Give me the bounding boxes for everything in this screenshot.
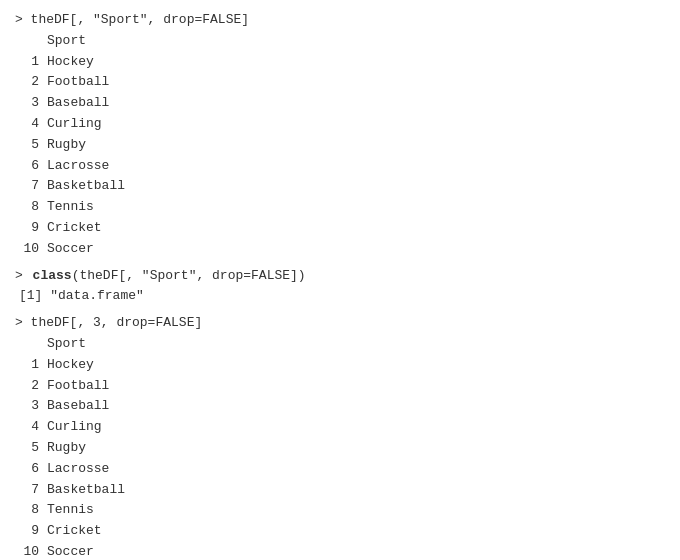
- table-row: 6Lacrosse: [15, 156, 665, 177]
- prompt-symbol: > theDF[, 3, drop=FALSE]: [15, 313, 202, 334]
- prompt-line: > class(theDF[, "Sport", drop=FALSE]): [15, 266, 665, 287]
- table-row: 1Hockey: [15, 355, 665, 376]
- table-row: 7Basketball: [15, 176, 665, 197]
- table-row: 3Baseball: [15, 396, 665, 417]
- block1: > theDF[, "Sport", drop=FALSE] Sport 1Ho…: [15, 10, 665, 260]
- table-row: 10Soccer: [15, 239, 665, 260]
- prompt-line: > theDF[, 3, drop=FALSE]: [15, 313, 665, 334]
- table-row: 6Lacrosse: [15, 459, 665, 480]
- table-row: 3Baseball: [15, 93, 665, 114]
- table-header: Sport: [15, 31, 665, 52]
- column-header: Sport: [47, 334, 86, 355]
- table-row: 5Rugby: [15, 438, 665, 459]
- table-row: 7Basketball: [15, 480, 665, 501]
- block3: > theDF[, 3, drop=FALSE] Sport 1Hockey 2…: [15, 313, 665, 560]
- table-row: 8Tennis: [15, 500, 665, 521]
- prompt-symbol: >: [15, 266, 31, 287]
- table-row: 5Rugby: [15, 135, 665, 156]
- table-row: 2Football: [15, 72, 665, 93]
- table-row: 9Cricket: [15, 521, 665, 542]
- keyword-class: class: [33, 266, 72, 287]
- prompt-symbol: > theDF[, "Sport", drop=FALSE]: [15, 10, 249, 31]
- console-output: > theDF[, "Sport", drop=FALSE] Sport 1Ho…: [15, 10, 665, 560]
- table-row: 4Curling: [15, 417, 665, 438]
- prompt-line: > theDF[, "Sport", drop=FALSE]: [15, 10, 665, 31]
- table-row: 4Curling: [15, 114, 665, 135]
- prompt-args: (theDF[, "Sport", drop=FALSE]): [72, 266, 306, 287]
- table-row: 2Football: [15, 376, 665, 397]
- block2: > class(theDF[, "Sport", drop=FALSE]) [1…: [15, 266, 665, 308]
- table-row: 10Soccer: [15, 542, 665, 560]
- table-row: 9Cricket: [15, 218, 665, 239]
- table-row: 1Hockey: [15, 52, 665, 73]
- result-line: [1] "data.frame": [15, 286, 665, 307]
- column-header: Sport: [47, 31, 86, 52]
- result-value: [1] "data.frame": [19, 286, 144, 307]
- table-row: 8Tennis: [15, 197, 665, 218]
- table-header: Sport: [15, 334, 665, 355]
